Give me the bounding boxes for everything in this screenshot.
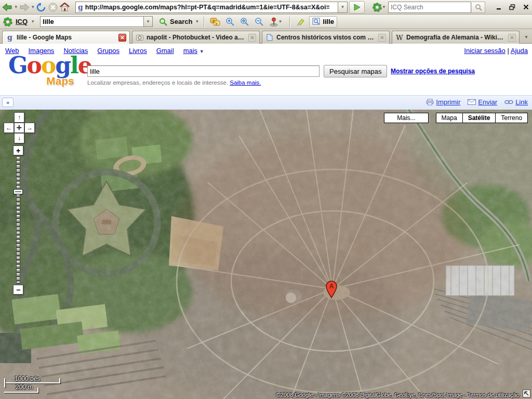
go-icon — [353, 4, 361, 11]
tab-title: napolit - Photobucket - Video an... — [147, 34, 246, 41]
link-link[interactable]: Link — [515, 98, 528, 106]
tab-close-button[interactable]: ✕ — [248, 34, 256, 42]
tab-wikipedia[interactable]: W Demografía de Alemania - Wikip... ✕ — [392, 31, 520, 44]
pan-up-button[interactable]: ↑ — [14, 112, 24, 123]
highlight-term-button[interactable]: lille — [309, 16, 337, 28]
forward-history-dropdown[interactable]: ▼ — [31, 2, 35, 13]
satellite-map-image[interactable] — [0, 110, 532, 399]
zoom-in-map-button[interactable]: + — [13, 145, 23, 155]
icq-toolbar-search-dropdown[interactable]: ▼ — [144, 16, 153, 27]
map-type-buttons: Mais... Mapa Satélite Terreno — [384, 113, 528, 123]
zoom-in-icon — [225, 17, 234, 26]
stop-icon — [48, 3, 58, 12]
tab-close-button[interactable]: ✕ — [508, 34, 516, 42]
zoom-out-button[interactable] — [252, 16, 265, 28]
highlighter-button[interactable] — [295, 16, 307, 28]
scale-feet-tick — [59, 378, 60, 383]
chain-link-icon — [504, 100, 513, 104]
back-icon — [2, 3, 12, 11]
icq-search-input[interactable] — [391, 4, 469, 11]
print-link[interactable]: Imprimir — [436, 98, 460, 106]
nav-link-livros[interactable]: Livros — [129, 47, 147, 55]
tab-photobucket[interactable]: napolit - Photobucket - Video an... ✕ — [132, 31, 260, 44]
send-link[interactable]: Enviar — [478, 98, 497, 106]
map-mode-satellite-button[interactable]: Satélite — [462, 113, 496, 123]
maps-search-input[interactable] — [87, 65, 320, 77]
signin-link[interactable]: Iniciar sessão — [464, 47, 505, 55]
show-search-options-link[interactable]: Mostrar opções de pesquisa — [391, 68, 475, 75]
icq-search-submit[interactable] — [472, 2, 485, 13]
nav-link-mais[interactable]: mais ▼ — [183, 47, 204, 55]
pan-left-button[interactable]: ← — [4, 123, 14, 133]
map-actions-bar: » Imprimir Enviar — [0, 95, 532, 110]
overview-map-toggle[interactable] — [523, 390, 530, 397]
zoom-slider-handle[interactable] — [14, 189, 23, 194]
minimize-button[interactable] — [495, 3, 503, 11]
scale-meters-line — [4, 392, 38, 393]
collapse-arrow-icon — [524, 391, 529, 396]
icq-toolbar: ICQ ▼ ▼ Search ▼ あa — [0, 15, 532, 29]
tab-list-dropdown[interactable]: ▼ — [523, 33, 530, 41]
account-nav: Iniciar sessão | Ajuda — [464, 47, 528, 55]
icq-flower-button[interactable]: ▼ — [371, 2, 388, 13]
pan-right-button[interactable]: → — [24, 123, 35, 133]
zoom-out-map-button[interactable]: − — [13, 285, 23, 295]
refresh-button[interactable] — [36, 2, 47, 13]
nav-link-gmail[interactable]: Gmail — [156, 47, 174, 55]
icq-search-box[interactable] — [388, 2, 471, 13]
map-mode-map-button[interactable]: Mapa — [436, 113, 462, 123]
pan-center-button[interactable]: ✛ — [14, 123, 24, 133]
help-link[interactable]: Ajuda — [511, 47, 528, 55]
close-icon — [523, 4, 529, 10]
back-history-dropdown[interactable]: ▼ — [14, 2, 18, 13]
address-bar[interactable]: g — [75, 2, 338, 13]
icq-menu-button[interactable]: ICQ — [16, 18, 28, 25]
stop-button[interactable] — [48, 2, 59, 13]
marker-letter: A — [329, 283, 334, 290]
copyright-text: ©2008 Google - Imagens ©2008 DigitalGlob… — [276, 392, 468, 398]
tab-google-maps[interactable]: g lille - Google Maps ✕ — [2, 31, 130, 44]
forward-icon — [19, 3, 30, 11]
svg-text:a: a — [216, 21, 218, 25]
saiba-mais-link[interactable]: Saiba mais. — [230, 79, 261, 86]
back-button[interactable] — [2, 2, 13, 13]
go-button[interactable] — [349, 1, 365, 14]
print-action[interactable]: Imprimir — [426, 98, 460, 106]
sidebar-expand-button[interactable]: » — [2, 98, 14, 107]
tab-centros-historicos[interactable]: Centros históricos vistos com Go... ✕ — [262, 31, 390, 44]
pan-down-button[interactable]: ↓ — [14, 133, 24, 143]
icq-menu-dropdown-arrow[interactable]: ▼ — [31, 19, 35, 24]
forward-button[interactable] — [19, 2, 30, 13]
zoom-reset-button[interactable] — [238, 16, 250, 28]
search-hint: Localizar empresas, endereços e locais d… — [87, 79, 261, 86]
icq-toolbar-search-input[interactable] — [40, 16, 144, 27]
search-maps-button[interactable]: Pesquisar mapas — [324, 65, 387, 77]
map-scale-bar: 1000 pés 200 m — [3, 376, 71, 395]
zoom-slider-track[interactable] — [16, 156, 20, 284]
translate-button[interactable]: あa — [209, 16, 221, 28]
search-options-dropdown-arrow[interactable]: ▼ — [195, 19, 199, 24]
restore-button[interactable] — [508, 3, 516, 11]
map-mode-terrain-button[interactable]: Terreno — [495, 113, 528, 123]
tab-close-button[interactable]: ✕ — [378, 34, 386, 42]
link-action[interactable]: Link — [504, 98, 528, 106]
close-button[interactable] — [522, 3, 530, 11]
magnifier-icon — [475, 4, 482, 11]
send-action[interactable]: Enviar — [468, 98, 497, 106]
home-button[interactable] — [59, 2, 70, 13]
map-marker-a[interactable]: A — [326, 281, 337, 298]
games-button[interactable]: ▼ — [267, 16, 285, 28]
mais-label: mais — [183, 47, 197, 55]
tab-close-button[interactable]: ✕ — [118, 34, 126, 42]
address-input[interactable] — [85, 4, 329, 11]
tab-title: lille - Google Maps — [17, 34, 116, 41]
address-dropdown[interactable]: ▼ — [338, 2, 348, 13]
minimize-icon — [496, 4, 502, 10]
icq-search-button[interactable]: Search ▼ — [159, 18, 199, 26]
map-more-button[interactable]: Mais... — [384, 113, 428, 123]
zoom-in-button[interactable] — [223, 16, 236, 28]
site-favicon-icon: g — [78, 4, 83, 11]
nav-link-grupos[interactable]: Grupos — [97, 47, 119, 55]
terms-link[interactable]: Termos de utilização — [468, 392, 520, 398]
maps-logo-text: Maps — [46, 75, 74, 87]
